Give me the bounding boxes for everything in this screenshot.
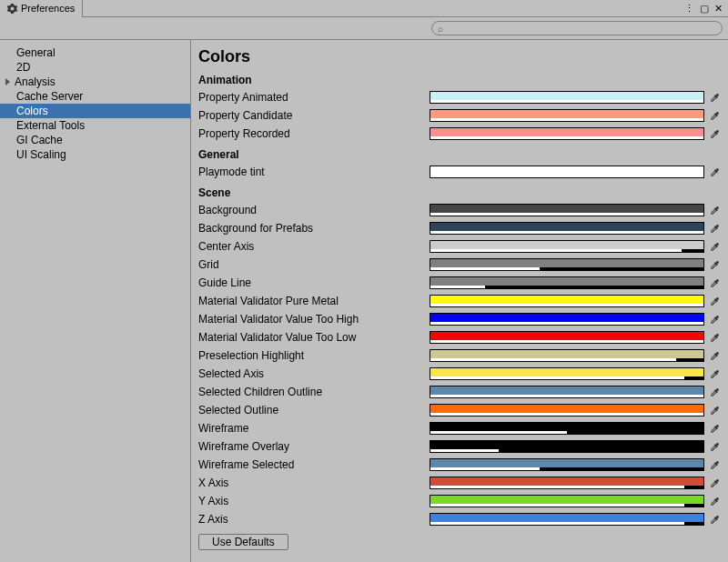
sidebar-item-cache-server[interactable]: Cache Server [0,89,190,104]
section-header: Scene [198,185,721,201]
color-row-label: Y Axis [198,495,430,507]
sidebar-item-label: UI Scaling [16,148,66,161]
color-row: Background for Prefabs [198,219,721,237]
color-row-label: Background [198,204,430,216]
swatch-wrap [430,127,721,140]
swatch-wrap [430,91,721,104]
sidebar-item-2d[interactable]: 2D [0,60,190,75]
close-icon[interactable]: ✕ [714,4,723,14]
sidebar: General2DAnalysisCache ServerColorsExter… [0,40,191,562]
color-row: Wireframe Selected [198,456,721,474]
color-row-label: Property Recorded [198,127,430,140]
eyedropper-icon[interactable] [708,91,721,104]
eyedropper-icon[interactable] [708,276,721,289]
color-row: Wireframe [198,419,721,437]
color-row-label: Grid [198,258,430,271]
color-swatch[interactable] [430,295,704,307]
color-swatch[interactable] [430,127,704,140]
gear-icon [7,4,17,14]
color-swatch[interactable] [430,367,704,380]
color-swatch[interactable] [430,513,704,526]
swatch-wrap [430,404,721,416]
sidebar-item-ui-scaling[interactable]: UI Scaling [0,147,190,162]
sidebar-item-analysis[interactable]: Analysis [0,75,190,89]
color-swatch[interactable] [430,404,704,416]
preferences-tab[interactable]: Preferences [0,0,83,17]
color-row: Selected Outline [198,401,721,419]
color-row: Wireframe Overlay [198,437,721,456]
eyedropper-icon[interactable] [708,258,721,271]
swatch-wrap [430,276,721,289]
color-swatch[interactable] [430,349,704,362]
swatch-wrap [430,495,721,507]
sidebar-item-general[interactable]: General [0,45,190,60]
color-swatch[interactable] [430,276,704,289]
color-swatch[interactable] [430,440,704,453]
color-swatch[interactable] [430,495,704,507]
eyedropper-icon[interactable] [708,166,721,178]
eyedropper-icon[interactable] [708,331,721,344]
color-swatch[interactable] [430,331,704,344]
eyedropper-icon[interactable] [708,440,721,453]
swatch-wrap [430,440,721,453]
color-row: Center Axis [198,237,721,256]
swatch-wrap [430,166,721,178]
eyedropper-icon[interactable] [708,513,721,526]
color-swatch[interactable] [430,477,704,489]
eyedropper-icon[interactable] [708,477,721,489]
eyedropper-icon[interactable] [708,295,721,307]
swatch-wrap [430,240,721,253]
eyedropper-icon[interactable] [708,422,721,435]
sidebar-item-label: GI Cache [16,134,63,146]
color-swatch[interactable] [430,166,704,178]
swatch-wrap [430,422,721,435]
color-swatch[interactable] [430,458,704,471]
color-row: Playmode tint [198,163,721,181]
sidebar-item-label: 2D [16,61,30,74]
search-input-wrap[interactable]: ⌕ [431,21,723,35]
color-swatch[interactable] [430,386,704,398]
color-row: Selected Children Outline [198,383,721,401]
use-defaults-button[interactable]: Use Defaults [198,534,288,550]
eyedropper-icon[interactable] [708,313,721,326]
color-swatch[interactable] [430,91,704,104]
eyedropper-icon[interactable] [708,458,721,471]
sidebar-item-gi-cache[interactable]: GI Cache [0,133,190,147]
page-title: Colors [198,47,721,66]
maximize-icon[interactable]: ▢ [700,4,709,14]
color-row-label: Background for Prefabs [198,222,430,235]
color-swatch[interactable] [430,240,704,253]
eyedropper-icon[interactable] [708,349,721,362]
color-swatch[interactable] [430,422,704,435]
color-row-label: Preselection Highlight [198,349,430,362]
eyedropper-icon[interactable] [708,367,721,380]
eyedropper-icon[interactable] [708,495,721,507]
color-swatch[interactable] [430,204,704,216]
color-row: Y Axis [198,492,721,510]
sidebar-item-label: Analysis [15,75,56,89]
eyedropper-icon[interactable] [708,222,721,235]
content: Colors AnimationProperty AnimatedPropert… [191,40,728,562]
swatch-wrap [430,109,721,122]
color-swatch[interactable] [430,109,704,122]
eyedropper-icon[interactable] [708,204,721,216]
color-row-label: Selected Outline [198,404,430,416]
search-input[interactable] [447,23,716,34]
color-row-label: Selected Axis [198,367,430,380]
sidebar-item-external-tools[interactable]: External Tools [0,118,190,133]
eyedropper-icon[interactable] [708,109,721,122]
eyedropper-icon[interactable] [708,240,721,253]
eyedropper-icon[interactable] [708,127,721,140]
kebab-icon[interactable]: ⋮ [684,4,694,14]
eyedropper-icon[interactable] [708,386,721,398]
color-swatch[interactable] [430,313,704,326]
color-row: Grid [198,256,721,274]
color-swatch[interactable] [430,222,704,235]
preferences-window: Preferences ⋮ ▢ ✕ ⌕ General2DAnalysisCac… [0,0,728,562]
search-icon: ⌕ [438,24,443,34]
swatch-wrap [430,367,721,380]
sidebar-item-label: Cache Server [16,90,83,103]
eyedropper-icon[interactable] [708,404,721,416]
sidebar-item-colors[interactable]: Colors [0,104,190,118]
color-swatch[interactable] [430,258,704,271]
